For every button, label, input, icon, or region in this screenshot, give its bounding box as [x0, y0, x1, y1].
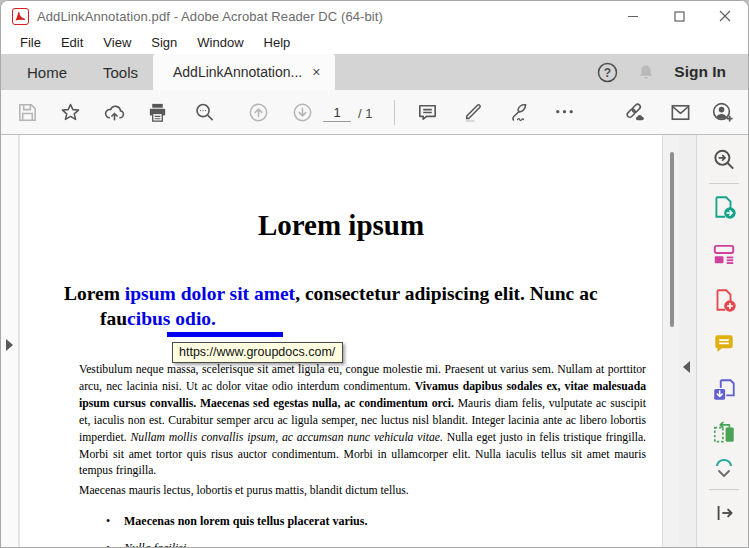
menu-view[interactable]: View	[93, 33, 141, 52]
maximize-icon	[674, 11, 685, 22]
tab-close-icon[interactable]: ×	[312, 65, 320, 79]
document-title: Lorem ipsum	[20, 209, 662, 242]
bullet-2-text: Nulla facilisi.	[124, 541, 189, 548]
tab-bar: Home Tools AddLinkAnnotation... × ? Sign…	[1, 54, 748, 90]
bullet-item-1: • Maecenas non lorem quis tellus placera…	[124, 514, 644, 529]
fill-and-sign-icon[interactable]	[506, 101, 529, 124]
paragraph-2: Maecenas mauris lectus, lobortis et puru…	[79, 484, 646, 497]
main-toolbar: / 1	[1, 90, 748, 135]
tab-bar-right: ? Sign In	[597, 54, 748, 90]
more-tools-chevron-icon[interactable]	[711, 467, 737, 481]
menu-file[interactable]: File	[10, 33, 51, 52]
close-icon	[719, 10, 731, 22]
window-controls	[610, 1, 748, 31]
export-pdf-icon[interactable]	[711, 194, 737, 220]
highlight-icon[interactable]	[461, 101, 484, 124]
more-tools-partial-icon	[711, 453, 737, 467]
save-icon[interactable]	[16, 101, 39, 124]
minimize-icon	[627, 10, 639, 22]
tools-sidebar	[696, 135, 748, 548]
share-link-icon[interactable]	[623, 101, 646, 124]
expand-left-panel-icon[interactable]	[6, 339, 13, 351]
subheading-line-2[interactable]: faucibus odio.	[20, 306, 662, 331]
cloud-upload-icon[interactable]	[103, 101, 126, 124]
title-bar: AddLinkAnnotation.pdf - Adobe Acrobat Re…	[1, 1, 748, 31]
page-total-label: / 1	[358, 106, 372, 121]
bullet-1-text: Maecenas non lorem quis tellus placerat …	[124, 514, 367, 528]
bullet-item-2: • Nulla facilisi.	[124, 541, 644, 548]
sidebar-separator	[709, 489, 739, 490]
close-button[interactable]	[702, 1, 748, 31]
bullet-marker: •	[106, 541, 110, 548]
acrobat-window: AddLinkAnnotation.pdf - Adobe Acrobat Re…	[0, 0, 749, 548]
comment-icon[interactable]	[416, 101, 439, 124]
page-up-icon[interactable]	[247, 101, 270, 124]
tab-document-label: AddLinkAnnotation...	[173, 64, 302, 80]
help-icon[interactable]: ?	[597, 62, 618, 83]
search-icon[interactable]	[193, 101, 216, 124]
menu-edit[interactable]: Edit	[51, 33, 93, 52]
sign-in-button[interactable]: Sign In	[674, 63, 726, 81]
left-panel-strip	[1, 135, 19, 548]
document-subheading: Lorem ipsum dolor sit amet, consectetur …	[20, 281, 662, 331]
create-pdf-icon[interactable]	[711, 287, 737, 313]
bullet-marker: •	[106, 514, 110, 529]
comment-tools-icon[interactable]	[711, 332, 737, 358]
collapse-right-panel-icon[interactable]	[683, 361, 690, 373]
document-area: Lorem ipsum Lorem ipsum dolor sit amet, …	[1, 135, 748, 548]
window-title: AddLinkAnnotation.pdf - Adobe Acrobat Re…	[37, 9, 383, 24]
notification-bell-icon[interactable]	[636, 62, 656, 83]
open-tools-panel-icon[interactable]	[711, 500, 737, 526]
menu-bar: File Edit View Sign Window Help	[1, 31, 748, 54]
link-annotation-bar[interactable]	[167, 332, 283, 337]
tab-home[interactable]: Home	[9, 54, 85, 90]
tab-tools[interactable]: Tools	[85, 54, 156, 90]
subheading-line-1[interactable]: Lorem ipsum dolor sit amet, consectetur …	[20, 281, 662, 306]
search-tools-icon[interactable]	[711, 147, 737, 173]
star-favorite-icon[interactable]	[59, 101, 82, 124]
page-number-input[interactable]	[323, 103, 351, 122]
organize-pages-icon[interactable]	[711, 420, 737, 446]
tab-document[interactable]: AddLinkAnnotation... ×	[153, 54, 335, 90]
menu-help[interactable]: Help	[254, 33, 301, 52]
vertical-scrollbar[interactable]	[662, 135, 679, 548]
link-tooltip: https://www.groupdocs.com/	[172, 342, 343, 363]
adobe-pdf-app-icon	[12, 8, 29, 25]
scrollbar-thumb[interactable]	[670, 152, 674, 327]
combine-files-icon[interactable]	[711, 377, 737, 403]
right-panel-collapse-strip	[679, 135, 696, 548]
sidebar-separator	[709, 183, 739, 184]
svg-text:?: ?	[604, 66, 611, 80]
email-icon[interactable]	[669, 101, 692, 124]
page-down-icon[interactable]	[291, 101, 314, 124]
edit-pdf-icon[interactable]	[711, 241, 737, 267]
pdf-page: Lorem ipsum Lorem ipsum dolor sit amet, …	[20, 135, 662, 548]
toolbar-separator	[394, 100, 395, 125]
menu-sign[interactable]: Sign	[141, 33, 187, 52]
maximize-button[interactable]	[656, 1, 702, 31]
menu-window[interactable]: Window	[187, 33, 253, 52]
minimize-button[interactable]	[610, 1, 656, 31]
more-options-icon[interactable]	[553, 104, 576, 127]
paragraph-1: Vestibulum neque massa, scelerisque sit …	[79, 362, 646, 480]
print-icon[interactable]	[146, 101, 169, 124]
person-add-icon[interactable]	[711, 101, 734, 124]
